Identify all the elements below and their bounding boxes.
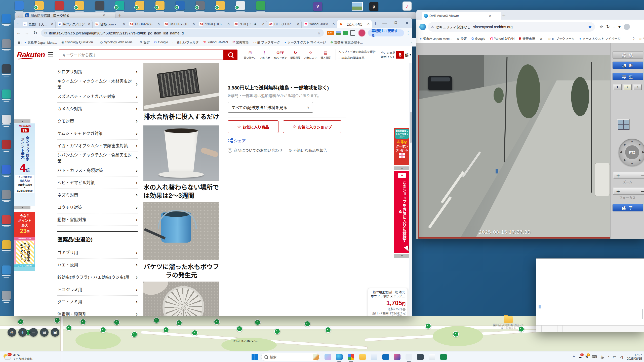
ie-mode-icon[interactable] bbox=[419, 24, 426, 30]
extension-image-icon[interactable] bbox=[336, 31, 341, 35]
desktop-icon[interactable]: ✓ bbox=[73, 1, 86, 12]
bookmark-item[interactable]: ◎ Synology Web Assis... bbox=[100, 40, 135, 44]
zoom-out[interactable]: － bbox=[641, 172, 644, 178]
bookmark-star-icon[interactable]: ★ bbox=[588, 24, 592, 29]
notepad-text[interactable] bbox=[539, 260, 642, 309]
bookmark-star-icon[interactable]: ☆ bbox=[317, 31, 321, 35]
dvr-disconnect-button[interactable]: 切 断 bbox=[613, 62, 643, 69]
category-menu-item[interactable]: ダニ・ノミ用 › bbox=[57, 296, 138, 308]
shipping-methods-dropdown[interactable]: すべての配送方法と送料を見る ∨ bbox=[228, 102, 313, 113]
desktop-icon[interactable] bbox=[1, 240, 12, 252]
taskbar-app-icon[interactable] bbox=[439, 352, 448, 362]
ptz-down-left[interactable]: ▲ bbox=[622, 158, 627, 163]
minimize-icon[interactable]: — bbox=[637, 12, 641, 16]
rakuten-nav-item[interactable]: ▤ 購入履歴 bbox=[318, 50, 333, 60]
map-pin[interactable] bbox=[176, 320, 182, 326]
bookmark-item[interactable]: G Google bbox=[471, 37, 485, 40]
rakuten-nav-item[interactable]: ↻ 閲覧履歴 bbox=[288, 50, 303, 60]
inquiry-link[interactable]: 商品についてのお問い合わせ bbox=[234, 148, 283, 153]
map-pin[interactable] bbox=[453, 331, 459, 337]
dvr-focus-control[interactable]: ＋－ bbox=[613, 188, 644, 195]
dvr-exit-button[interactable]: 終 了 bbox=[613, 204, 643, 211]
desktop-icon[interactable]: ✓ bbox=[94, 1, 106, 12]
map-pin[interactable] bbox=[236, 326, 243, 332]
favorite-shop-button[interactable]: ☆お気に入りショップ bbox=[283, 120, 341, 133]
bookmark-item[interactable]: ▭ 新しいフォルダ bbox=[173, 40, 199, 45]
category-menu-item[interactable]: キクイムシ・マツクイムシ・木材害虫対策 › bbox=[57, 78, 138, 90]
desktop-icon[interactable] bbox=[1, 165, 12, 177]
extension-icon[interactable] bbox=[343, 31, 348, 35]
quad-view-icon[interactable] bbox=[617, 119, 630, 130]
browser-essentials-icon[interactable]: ♥ bbox=[618, 25, 621, 29]
desktop-icon-music[interactable]: ♪ bbox=[403, 2, 412, 11]
tab-close-icon[interactable]: ✕ bbox=[192, 22, 195, 26]
desktop-icon-p-app[interactable]: p bbox=[369, 2, 378, 11]
review-coupon-banner[interactable]: 商品到着後レビューを書くだけ! お得な クーポン プレゼント bbox=[394, 128, 410, 165]
product-title[interactable]: 【第2類医薬品】 蚊 幼虫 ボウフラ駆除 スミラブ… bbox=[370, 290, 406, 298]
omnibox[interactable]: ⚙ item.rakuten.co.jp/campaign365/4582309… bbox=[41, 29, 324, 37]
browser-tab[interactable]: Y! Yahoo! JAPA... ✕ bbox=[302, 20, 337, 28]
desktop-icon[interactable]: ✓ bbox=[53, 1, 65, 12]
point23-banner[interactable]: 今なら ポイント 最大 23倍 bbox=[14, 212, 35, 238]
map-zoom-in-button[interactable]: ＋ bbox=[18, 328, 27, 337]
pointup-banner[interactable]: POINT UP ただ今開催中の ポイントアップ キャンペーン CAMPAIGN bbox=[14, 237, 35, 271]
ime-mode[interactable]: あ bbox=[600, 354, 604, 359]
desktop-icon[interactable]: ✓ bbox=[154, 1, 166, 12]
bookmark-item[interactable]: ⚙ 設定 bbox=[140, 40, 150, 45]
ptz-pad[interactable]: PTZ ▲ ▼ ◀ ▶ ▲ ▲ ▲ ▲ bbox=[619, 139, 644, 166]
taskbar-app-icon[interactable] bbox=[346, 352, 356, 362]
gakuwari-banner[interactable]: Rakuten 学割 全ショップ対象 ポイント最大 4倍 15〜25歳なら 社会… bbox=[14, 123, 35, 206]
category-menu-item[interactable]: シバンムシ・チャタテムシ・食品害虫対策 › bbox=[57, 152, 138, 164]
bookmarks-overflow-icon[interactable]: » bbox=[410, 40, 412, 44]
bookmarks-overflow-icon[interactable]: 〉 bbox=[633, 36, 636, 41]
map-locate-button[interactable]: ◎ bbox=[8, 328, 16, 337]
desktop-icon[interactable]: ✓ bbox=[33, 1, 45, 12]
desktop-icon[interactable] bbox=[1, 89, 12, 102]
product-photo-bucket[interactable] bbox=[143, 202, 219, 260]
taskbar-app-icon[interactable] bbox=[404, 352, 414, 362]
reload-icon[interactable]: ↻ bbox=[31, 30, 39, 36]
new-tab-icon[interactable]: ＋ bbox=[115, 13, 124, 18]
background-browser-window[interactable]: ⌄ 川 川の防災情報 - 国土交通省 ✕ ＋ bbox=[15, 12, 417, 19]
tab-close-icon[interactable]: ✕ bbox=[103, 14, 105, 17]
background-tab[interactable]: 川 川の防災情報 - 国土交通省 ✕ bbox=[23, 13, 115, 18]
category-menu-item[interactable]: ハエ・蚊用 › bbox=[57, 259, 138, 271]
share-button[interactable]: シェア bbox=[228, 138, 353, 144]
forward-icon[interactable]: → bbox=[23, 30, 31, 36]
bookmark-item[interactable]: ● 気象庁 Japan Mete... bbox=[24, 40, 57, 45]
map-pin[interactable] bbox=[192, 330, 198, 336]
category-menu-item[interactable]: ヘビ・ヤマビル対策 › bbox=[57, 176, 138, 189]
edge-omnibox[interactable]: ⚠ セキュリティ保護なし sinsenyasai.nsddns.org ★ bbox=[428, 22, 595, 32]
desktop-icon-v-app[interactable]: V bbox=[313, 2, 322, 11]
url-text[interactable]: item.rakuten.co.jp/campaign365/458230952… bbox=[49, 31, 317, 35]
back-icon[interactable]: ← bbox=[14, 30, 23, 36]
ptz-up-left[interactable]: ▲ bbox=[622, 142, 627, 147]
tab-search-icon[interactable]: ⌄ bbox=[14, 21, 21, 25]
tab-close-icon[interactable]: ✕ bbox=[123, 22, 125, 26]
monitor-icon[interactable]: ▭ bbox=[613, 355, 616, 359]
update-chrome-button[interactable]: 再起動して更新する bbox=[368, 29, 404, 36]
category-menu-item[interactable]: 蚊幼虫(ボウフラ)・ハエ幼虫(ウジ虫)用 › bbox=[57, 271, 138, 283]
bookmark-folder[interactable]: ▭ そ bbox=[639, 36, 644, 41]
ptz-up[interactable]: ▲ bbox=[630, 139, 634, 143]
map-pin[interactable] bbox=[131, 331, 137, 337]
banner-scroll-up[interactable]: ▲ bbox=[14, 119, 30, 123]
category-menu-item[interactable]: スズメバチ・アシナガバチ対策 › bbox=[57, 90, 138, 103]
map-pin[interactable] bbox=[274, 328, 280, 334]
report-link[interactable]: 不適切な商品を報告 bbox=[293, 148, 327, 153]
scrollbar-thumb[interactable] bbox=[410, 112, 412, 143]
site-settings-icon[interactable]: ⚙ bbox=[44, 31, 47, 35]
ptz-right[interactable]: ▶ bbox=[642, 150, 644, 154]
bookmark-item[interactable]: R 楽天市場 bbox=[519, 36, 535, 41]
desktop-icon[interactable] bbox=[1, 265, 12, 278]
ptz-center[interactable]: PTZ bbox=[625, 145, 639, 159]
rakuten-nav-item[interactable]: ⊞ 買い物かご bbox=[243, 50, 258, 60]
taskbar-app-icon[interactable] bbox=[416, 352, 425, 362]
desktop-icon[interactable]: ✓ bbox=[114, 1, 126, 12]
product-photo-pot[interactable] bbox=[143, 125, 219, 181]
map-pin[interactable] bbox=[304, 321, 310, 327]
ptz-left[interactable]: ◀ bbox=[620, 150, 622, 154]
category-menu-item[interactable]: トコジラミ用 › bbox=[57, 283, 138, 296]
info-icon[interactable]: i bbox=[403, 308, 406, 311]
taskbar-app-icon[interactable] bbox=[358, 352, 367, 362]
